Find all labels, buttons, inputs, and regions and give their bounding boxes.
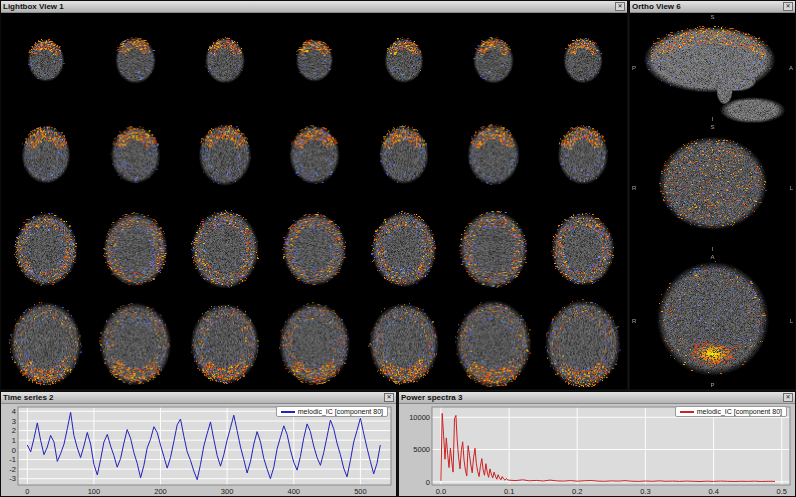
x-tick-label: 0.5 <box>777 487 787 496</box>
y-tick-label: -1 <box>9 455 16 464</box>
orientation-label: P <box>632 65 636 71</box>
brain-slice-axial[interactable] <box>180 107 269 201</box>
orientation-label: A <box>710 254 714 260</box>
x-tick-label: 200 <box>154 487 167 496</box>
close-icon[interactable]: ✕ <box>384 393 394 402</box>
y-tick-label: 4 <box>12 407 16 416</box>
y-tick-label: 0 <box>426 478 430 487</box>
timeseries-panel: Time series 2 ✕ 0100200300400500-3-2-101… <box>0 391 397 497</box>
x-tick-label: 400 <box>288 487 301 496</box>
ortho-titlebar[interactable]: Ortho View 6 ✕ <box>630 1 795 13</box>
brain-slice-axial[interactable] <box>1 13 90 107</box>
ortho-content: S I P A S I R L A P R L <box>630 13 795 389</box>
powerspectra-legend: melodic_IC [component 80] <box>675 406 787 417</box>
coronal-view-canvas[interactable] <box>630 123 795 253</box>
powerspectra-content: 0.00.10.20.30.40.50500010000 melodic_IC … <box>399 404 795 496</box>
brain-slice-axial[interactable] <box>359 13 448 107</box>
brain-slice-axial[interactable] <box>359 296 448 389</box>
brain-slice-axial[interactable] <box>448 13 537 107</box>
powerspectra-chart[interactable]: 0.00.10.20.30.40.50500010000 <box>399 404 795 496</box>
orientation-label: I <box>712 246 714 252</box>
x-tick-label: 0.4 <box>708 487 718 496</box>
brain-slice-axial[interactable] <box>269 107 358 201</box>
orientation-label: A <box>789 65 793 71</box>
y-tick-label: 2 <box>12 426 16 435</box>
close-icon[interactable]: ✕ <box>783 393 793 402</box>
sagittal-view-canvas[interactable] <box>630 13 795 123</box>
timeseries-legend: melodic_IC [component 80] <box>276 406 388 417</box>
y-tick-label: 5000 <box>413 445 430 454</box>
orientation-label: S <box>710 14 714 20</box>
powerspectra-plot[interactable]: 0.00.10.20.30.40.50500010000 <box>399 404 795 496</box>
axial-view-canvas[interactable] <box>630 253 795 389</box>
orientation-label: I <box>712 116 714 122</box>
plot-area <box>432 407 790 485</box>
x-tick-label: 500 <box>354 487 367 496</box>
orientation-label: P <box>710 382 714 388</box>
x-tick-label: 0 <box>25 487 29 496</box>
lightbox-panel: Lightbox View 1 ✕ <box>0 0 628 390</box>
legend-line-swatch <box>281 411 295 413</box>
brain-slice-axial[interactable] <box>269 296 358 389</box>
close-icon[interactable]: ✕ <box>783 2 793 11</box>
brain-slice-axial[interactable] <box>180 13 269 107</box>
brain-slice-axial[interactable] <box>538 202 627 296</box>
brain-slice-axial[interactable] <box>359 107 448 201</box>
x-tick-label: 0.1 <box>504 487 514 496</box>
y-tick-label: 10000 <box>409 413 430 422</box>
close-icon[interactable]: ✕ <box>615 2 625 11</box>
orientation-label: L <box>790 185 793 191</box>
powerspectra-panel: Power spectra 3 ✕ 0.00.10.20.30.40.50500… <box>398 391 796 497</box>
lightbox-grid[interactable] <box>1 13 627 389</box>
x-tick-label: 100 <box>88 487 101 496</box>
brain-slice-axial[interactable] <box>1 107 90 201</box>
timeseries-chart[interactable]: 0100200300400500-3-2-101234 <box>1 404 396 496</box>
axial-view[interactable]: A P R L <box>630 253 795 389</box>
brain-slice-axial[interactable] <box>90 202 179 296</box>
brain-slice-axial[interactable] <box>359 202 448 296</box>
lightbox-titlebar[interactable]: Lightbox View 1 ✕ <box>1 1 627 13</box>
legend-label: melodic_IC [component 80] <box>298 408 383 415</box>
sagittal-view[interactable]: S I P A <box>630 13 795 123</box>
orientation-label: R <box>632 185 636 191</box>
x-tick-label: 300 <box>221 487 234 496</box>
brain-slice-axial[interactable] <box>269 13 358 107</box>
ortho-panel-title: Ortho View 6 <box>632 1 681 12</box>
y-tick-label: 0 <box>12 446 16 455</box>
orientation-label: L <box>790 318 793 324</box>
brain-slice-axial[interactable] <box>1 202 90 296</box>
legend-line-swatch <box>680 411 694 413</box>
brain-slice-axial[interactable] <box>90 296 179 389</box>
timeseries-plot[interactable]: 0100200300400500-3-2-101234 <box>1 404 396 496</box>
ortho-panel: Ortho View 6 ✕ S I P A S I R L A P R L <box>629 0 796 390</box>
brain-slice-axial[interactable] <box>90 107 179 201</box>
x-tick-label: 0.3 <box>640 487 650 496</box>
brain-slice-axial[interactable] <box>1 296 90 389</box>
timeseries-titlebar[interactable]: Time series 2 ✕ <box>1 392 396 404</box>
brain-slice-axial[interactable] <box>90 13 179 107</box>
legend-label: melodic_IC [component 80] <box>697 408 782 415</box>
timeseries-content: 0100200300400500-3-2-101234 melodic_IC [… <box>1 404 396 496</box>
x-tick-label: 0.0 <box>436 487 446 496</box>
y-tick-label: 1 <box>12 436 16 445</box>
timeseries-panel-title: Time series 2 <box>3 392 54 403</box>
lightbox-panel-title: Lightbox View 1 <box>3 1 64 12</box>
x-tick-label: 0.2 <box>572 487 582 496</box>
coronal-view[interactable]: S I R L <box>630 123 795 253</box>
y-tick-label: -2 <box>9 465 16 474</box>
y-tick-label: 3 <box>12 417 16 426</box>
y-tick-label: -3 <box>9 474 16 483</box>
powerspectra-panel-title: Power spectra 3 <box>401 392 462 403</box>
brain-slice-axial[interactable] <box>538 13 627 107</box>
brain-slice-axial[interactable] <box>269 202 358 296</box>
brain-slice-axial[interactable] <box>448 296 537 389</box>
brain-slice-axial[interactable] <box>180 296 269 389</box>
orientation-label: R <box>632 318 636 324</box>
plot-area <box>18 407 391 485</box>
powerspectra-titlebar[interactable]: Power spectra 3 ✕ <box>399 392 795 404</box>
brain-slice-axial[interactable] <box>448 107 537 201</box>
brain-slice-axial[interactable] <box>538 296 627 389</box>
brain-slice-axial[interactable] <box>538 107 627 201</box>
brain-slice-axial[interactable] <box>180 202 269 296</box>
brain-slice-axial[interactable] <box>448 202 537 296</box>
